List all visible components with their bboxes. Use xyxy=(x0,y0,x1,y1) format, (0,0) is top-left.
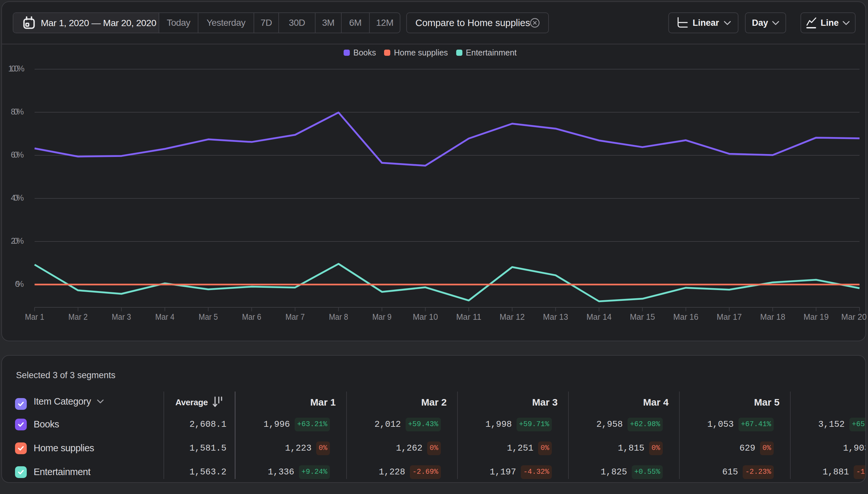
svg-text:Mar 9: Mar 9 xyxy=(372,312,392,322)
svg-text:Mar 13: Mar 13 xyxy=(543,312,568,322)
svg-text:Mar 6: Mar 6 xyxy=(242,312,261,322)
svg-text:Mar 7: Mar 7 xyxy=(285,312,305,322)
svg-text:Mar 11: Mar 11 xyxy=(456,312,481,322)
svg-text:Mar 17: Mar 17 xyxy=(717,312,742,322)
svg-text:Mar 14: Mar 14 xyxy=(586,312,611,322)
svg-text:Mar 20: Mar 20 xyxy=(841,312,867,322)
svg-text:Mar 1: Mar 1 xyxy=(25,312,44,322)
svg-text:Mar 12: Mar 12 xyxy=(499,312,525,322)
svg-text:Mar 10: Mar 10 xyxy=(413,312,438,322)
svg-text:20%: 20% xyxy=(11,236,24,246)
svg-text:80%: 80% xyxy=(11,107,24,116)
svg-text:Mar 4: Mar 4 xyxy=(155,312,174,322)
svg-text:Mar 2: Mar 2 xyxy=(69,312,88,322)
svg-text:Mar 18: Mar 18 xyxy=(760,312,785,322)
svg-text:Mar 15: Mar 15 xyxy=(630,312,655,322)
svg-text:40%: 40% xyxy=(11,193,24,203)
svg-text:100%: 100% xyxy=(8,64,24,73)
svg-text:Mar 19: Mar 19 xyxy=(804,312,829,322)
svg-text:Mar 8: Mar 8 xyxy=(329,312,348,322)
svg-text:Mar 3: Mar 3 xyxy=(112,312,131,322)
svg-text:Mar 16: Mar 16 xyxy=(673,312,698,322)
svg-text:0%: 0% xyxy=(15,279,24,289)
svg-text:Mar 5: Mar 5 xyxy=(199,312,218,322)
svg-text:60%: 60% xyxy=(11,150,24,159)
